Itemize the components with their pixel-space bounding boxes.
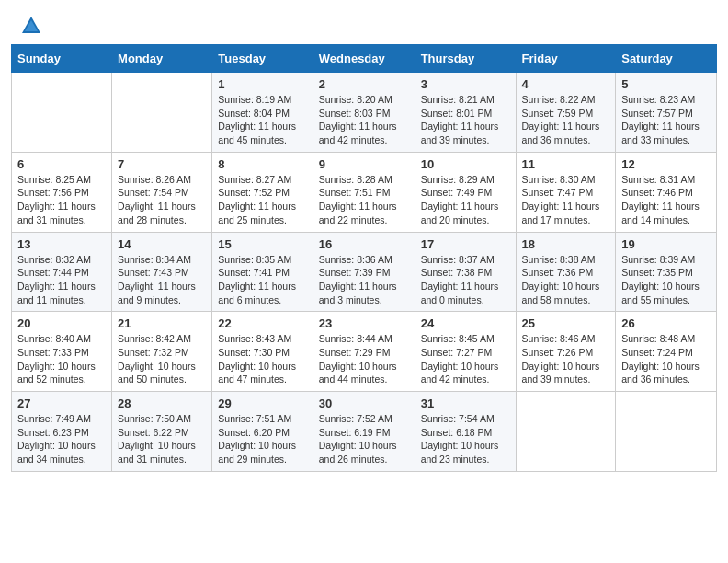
calendar-week-row: 13Sunrise: 8:32 AM Sunset: 7:44 PM Dayli…	[12, 232, 717, 312]
weekday-header: Friday	[516, 45, 616, 73]
day-number: 21	[118, 316, 206, 330]
day-info: Sunrise: 8:26 AM Sunset: 7:54 PM Dayligh…	[118, 173, 206, 227]
page-header	[0, 0, 728, 37]
day-number: 26	[621, 316, 711, 330]
calendar-week-row: 20Sunrise: 8:40 AM Sunset: 7:33 PM Dayli…	[12, 312, 717, 392]
day-info: Sunrise: 8:40 AM Sunset: 7:33 PM Dayligh…	[17, 332, 106, 386]
calendar-cell	[616, 392, 717, 472]
day-number: 5	[621, 77, 711, 91]
day-number: 9	[319, 157, 409, 171]
calendar-cell: 3Sunrise: 8:21 AM Sunset: 8:01 PM Daylig…	[415, 73, 516, 153]
day-number: 30	[319, 396, 409, 410]
calendar-cell	[112, 73, 212, 153]
weekday-header: Wednesday	[313, 45, 415, 73]
day-number: 20	[17, 316, 106, 330]
day-number: 17	[421, 237, 510, 251]
day-number: 29	[218, 396, 306, 410]
day-number: 28	[118, 396, 206, 410]
day-info: Sunrise: 8:37 AM Sunset: 7:38 PM Dayligh…	[421, 253, 510, 307]
weekday-header: Tuesday	[212, 45, 313, 73]
day-info: Sunrise: 7:50 AM Sunset: 6:22 PM Dayligh…	[118, 412, 206, 466]
calendar-cell: 9Sunrise: 8:28 AM Sunset: 7:51 PM Daylig…	[313, 152, 415, 232]
day-info: Sunrise: 7:54 AM Sunset: 6:18 PM Dayligh…	[421, 412, 510, 466]
day-number: 25	[522, 316, 610, 330]
calendar-cell: 25Sunrise: 8:46 AM Sunset: 7:26 PM Dayli…	[516, 312, 616, 392]
weekday-header-row: SundayMondayTuesdayWednesdayThursdayFrid…	[12, 45, 717, 73]
day-number: 18	[522, 237, 610, 251]
calendar-cell: 18Sunrise: 8:38 AM Sunset: 7:36 PM Dayli…	[516, 232, 616, 312]
day-number: 27	[17, 396, 106, 410]
calendar-cell: 19Sunrise: 8:39 AM Sunset: 7:35 PM Dayli…	[616, 232, 717, 312]
calendar-cell: 16Sunrise: 8:36 AM Sunset: 7:39 PM Dayli…	[313, 232, 415, 312]
day-number: 14	[118, 237, 206, 251]
day-info: Sunrise: 7:49 AM Sunset: 6:23 PM Dayligh…	[17, 412, 106, 466]
day-info: Sunrise: 8:23 AM Sunset: 7:57 PM Dayligh…	[621, 93, 711, 147]
calendar-cell: 30Sunrise: 7:52 AM Sunset: 6:19 PM Dayli…	[313, 392, 415, 472]
logo-icon	[20, 15, 42, 37]
day-number: 6	[17, 157, 106, 171]
day-info: Sunrise: 8:31 AM Sunset: 7:46 PM Dayligh…	[621, 173, 711, 227]
day-info: Sunrise: 8:38 AM Sunset: 7:36 PM Dayligh…	[522, 253, 610, 307]
calendar-table: SundayMondayTuesdayWednesdayThursdayFrid…	[11, 44, 717, 472]
calendar-cell: 15Sunrise: 8:35 AM Sunset: 7:41 PM Dayli…	[212, 232, 313, 312]
calendar-cell: 10Sunrise: 8:29 AM Sunset: 7:49 PM Dayli…	[415, 152, 516, 232]
day-info: Sunrise: 8:29 AM Sunset: 7:49 PM Dayligh…	[421, 173, 510, 227]
day-info: Sunrise: 7:52 AM Sunset: 6:19 PM Dayligh…	[319, 412, 409, 466]
day-number: 31	[421, 396, 510, 410]
calendar-cell	[12, 73, 112, 153]
day-number: 4	[522, 77, 610, 91]
day-info: Sunrise: 8:45 AM Sunset: 7:27 PM Dayligh…	[421, 332, 510, 386]
day-number: 10	[421, 157, 510, 171]
calendar-cell: 27Sunrise: 7:49 AM Sunset: 6:23 PM Dayli…	[12, 392, 112, 472]
calendar-cell: 12Sunrise: 8:31 AM Sunset: 7:46 PM Dayli…	[616, 152, 717, 232]
day-number: 2	[319, 77, 409, 91]
day-number: 24	[421, 316, 510, 330]
day-number: 23	[319, 316, 409, 330]
day-info: Sunrise: 8:35 AM Sunset: 7:41 PM Dayligh…	[218, 253, 306, 307]
calendar-cell: 2Sunrise: 8:20 AM Sunset: 8:03 PM Daylig…	[313, 73, 415, 153]
calendar-week-row: 6Sunrise: 8:25 AM Sunset: 7:56 PM Daylig…	[12, 152, 717, 232]
day-info: Sunrise: 8:25 AM Sunset: 7:56 PM Dayligh…	[17, 173, 106, 227]
calendar-cell: 7Sunrise: 8:26 AM Sunset: 7:54 PM Daylig…	[112, 152, 212, 232]
calendar-cell: 5Sunrise: 8:23 AM Sunset: 7:57 PM Daylig…	[616, 73, 717, 153]
day-info: Sunrise: 8:32 AM Sunset: 7:44 PM Dayligh…	[17, 253, 106, 307]
day-info: Sunrise: 8:46 AM Sunset: 7:26 PM Dayligh…	[522, 332, 610, 386]
weekday-header: Sunday	[12, 45, 112, 73]
day-number: 7	[118, 157, 206, 171]
day-number: 12	[621, 157, 711, 171]
calendar-cell: 6Sunrise: 8:25 AM Sunset: 7:56 PM Daylig…	[12, 152, 112, 232]
day-info: Sunrise: 8:21 AM Sunset: 8:01 PM Dayligh…	[421, 93, 510, 147]
day-info: Sunrise: 8:48 AM Sunset: 7:24 PM Dayligh…	[621, 332, 711, 386]
calendar-cell: 13Sunrise: 8:32 AM Sunset: 7:44 PM Dayli…	[12, 232, 112, 312]
day-info: Sunrise: 8:43 AM Sunset: 7:30 PM Dayligh…	[218, 332, 306, 386]
day-info: Sunrise: 7:51 AM Sunset: 6:20 PM Dayligh…	[218, 412, 306, 466]
calendar-cell: 29Sunrise: 7:51 AM Sunset: 6:20 PM Dayli…	[212, 392, 313, 472]
calendar-cell: 8Sunrise: 8:27 AM Sunset: 7:52 PM Daylig…	[212, 152, 313, 232]
calendar-cell: 11Sunrise: 8:30 AM Sunset: 7:47 PM Dayli…	[516, 152, 616, 232]
day-number: 11	[522, 157, 610, 171]
day-number: 16	[319, 237, 409, 251]
calendar-cell: 17Sunrise: 8:37 AM Sunset: 7:38 PM Dayli…	[415, 232, 516, 312]
day-number: 8	[218, 157, 306, 171]
day-number: 19	[621, 237, 711, 251]
day-number: 1	[218, 77, 306, 91]
calendar-week-row: 27Sunrise: 7:49 AM Sunset: 6:23 PM Dayli…	[12, 392, 717, 472]
day-info: Sunrise: 8:20 AM Sunset: 8:03 PM Dayligh…	[319, 93, 409, 147]
calendar-cell: 4Sunrise: 8:22 AM Sunset: 7:59 PM Daylig…	[516, 73, 616, 153]
calendar-cell: 31Sunrise: 7:54 AM Sunset: 6:18 PM Dayli…	[415, 392, 516, 472]
calendar-cell: 1Sunrise: 8:19 AM Sunset: 8:04 PM Daylig…	[212, 73, 313, 153]
day-info: Sunrise: 8:22 AM Sunset: 7:59 PM Dayligh…	[522, 93, 610, 147]
day-number: 15	[218, 237, 306, 251]
calendar-cell: 20Sunrise: 8:40 AM Sunset: 7:33 PM Dayli…	[12, 312, 112, 392]
calendar-week-row: 1Sunrise: 8:19 AM Sunset: 8:04 PM Daylig…	[12, 73, 717, 153]
calendar-cell: 28Sunrise: 7:50 AM Sunset: 6:22 PM Dayli…	[112, 392, 212, 472]
calendar-cell: 14Sunrise: 8:34 AM Sunset: 7:43 PM Dayli…	[112, 232, 212, 312]
day-info: Sunrise: 8:42 AM Sunset: 7:32 PM Dayligh…	[118, 332, 206, 386]
calendar-cell: 23Sunrise: 8:44 AM Sunset: 7:29 PM Dayli…	[313, 312, 415, 392]
calendar-cell: 21Sunrise: 8:42 AM Sunset: 7:32 PM Dayli…	[112, 312, 212, 392]
day-info: Sunrise: 8:34 AM Sunset: 7:43 PM Dayligh…	[118, 253, 206, 307]
weekday-header: Monday	[112, 45, 212, 73]
logo	[18, 15, 42, 33]
day-number: 3	[421, 77, 510, 91]
day-info: Sunrise: 8:19 AM Sunset: 8:04 PM Dayligh…	[218, 93, 306, 147]
